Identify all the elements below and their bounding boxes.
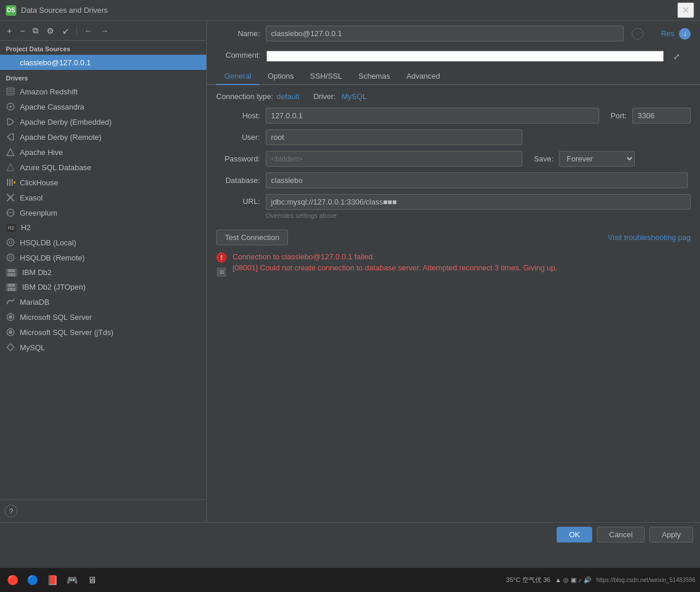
drivers-list: Amazon Redshift Apache Cassandra Apache …	[0, 84, 206, 499]
window-title: Data Sources and Drivers	[21, 6, 108, 15]
project-sources-label: Project Data Sources	[0, 41, 206, 55]
tab-schemas[interactable]: Schemas	[350, 68, 398, 85]
comment-input[interactable]	[266, 51, 664, 62]
bottom-bar: OK Cancel Apply	[0, 522, 700, 547]
driver-item-apache-hive[interactable]: Apache Hive	[0, 145, 206, 160]
password-input[interactable]	[266, 151, 522, 167]
remove-button[interactable]: −	[17, 25, 27, 37]
nav-back-button[interactable]: ←	[82, 25, 94, 37]
error-line2: [08001] Could not create connection to d…	[233, 263, 691, 272]
app-icon: DS	[6, 5, 16, 16]
driver-item-mssql[interactable]: Microsoft SQL Server	[0, 309, 206, 325]
amazon-redshift-icon	[6, 87, 15, 96]
database-input[interactable]	[266, 172, 688, 188]
svg-rect-10	[9, 179, 10, 186]
add-button[interactable]: +	[5, 25, 14, 37]
conn-type-value[interactable]: default	[277, 92, 300, 101]
tab-ssh-ssl[interactable]: SSH/SSL	[302, 68, 350, 85]
url-row: URL: Overrides settings above	[216, 194, 691, 224]
user-input[interactable]	[266, 129, 522, 145]
test-connection-button[interactable]: Test Connection	[216, 230, 288, 245]
svg-rect-9	[7, 179, 8, 186]
driver-item-exasol[interactable]: Exasol	[0, 190, 206, 205]
url-input[interactable]	[266, 194, 691, 210]
cancel-button[interactable]: Cancel	[597, 527, 645, 542]
tab-advanced[interactable]: Advanced	[398, 68, 448, 85]
user-label: User:	[216, 133, 260, 142]
taskbar-icon-2[interactable]: 🔵	[24, 572, 41, 589]
driver-item-apache-derby-embedded[interactable]: Apache Derby (Embedded)	[0, 114, 206, 129]
error-icon: !	[216, 252, 227, 263]
ok-button[interactable]: OK	[557, 527, 592, 542]
tab-general[interactable]: General	[216, 68, 259, 85]
driver-item-mariadb[interactable]: MariaDB	[0, 294, 206, 309]
hsqldb-local-icon	[6, 238, 15, 247]
copy-button[interactable]: ⧉	[30, 24, 41, 37]
url-hint: Overrides settings above	[266, 212, 691, 219]
driver-item-hsqldb-local[interactable]: HSQLDB (Local)	[0, 235, 206, 250]
mssql-jtds-icon	[6, 327, 15, 337]
taskbar-icon-5[interactable]: 🖥	[84, 572, 100, 589]
driver-label-azure-sql: Azure SQL Database	[20, 163, 91, 172]
driver-label-hsqldb-local: HSQLDB (Local)	[20, 238, 76, 247]
driver-item-ibm-db2-jtopen[interactable]: IBMDB2 IBM Db2 (JTOpen)	[0, 280, 206, 294]
blog-url: https://blog.csdn.net/weixin_51483596	[596, 577, 695, 583]
clickhouse-icon	[6, 178, 15, 187]
svg-point-0	[7, 59, 14, 62]
driver-item-mysql[interactable]: MySQL	[0, 340, 206, 355]
title-bar: DS Data Sources and Drivers ✕	[0, 0, 700, 21]
test-connection-row: Test Connection Visit troubleshooting pa…	[216, 230, 691, 245]
copy-error-icon[interactable]: ⧉	[217, 267, 226, 277]
name-input[interactable]	[266, 26, 624, 41]
troubleshoot-link[interactable]: Visit troubleshooting pag	[608, 233, 691, 242]
svg-point-24	[9, 330, 12, 334]
driver-label-h2: H2	[21, 223, 31, 232]
toolbar-separator	[76, 26, 77, 36]
host-input[interactable]	[266, 108, 599, 124]
driver-item-mssql-jtds[interactable]: Microsoft SQL Server (jTds)	[0, 325, 206, 340]
mssql-icon	[6, 312, 15, 322]
svg-point-18	[9, 241, 12, 244]
hsqldb-remote-icon	[6, 253, 15, 262]
driver-item-ibm-db2[interactable]: IBMDB2 IBM Db2	[0, 265, 206, 280]
apply-button[interactable]: Apply	[649, 527, 693, 542]
host-port-row: Host: Port:	[216, 108, 691, 124]
res-button[interactable]: Res	[661, 29, 674, 38]
datasource-item-classlebo[interactable]: classlebo@127.0.0.1	[0, 55, 206, 70]
weather-info: 35°C 空气优 36	[506, 576, 550, 584]
taskbar-icon-4[interactable]: 🎮	[64, 572, 80, 589]
comment-expand-button[interactable]: ⤢	[672, 51, 681, 62]
taskbar-icon-1[interactable]: 🔴	[5, 572, 21, 589]
driver-item-amazon-redshift[interactable]: Amazon Redshift	[0, 84, 206, 99]
tab-options[interactable]: Options	[259, 68, 302, 85]
h2-icon: H2	[6, 224, 16, 232]
settings-button[interactable]: ⚙	[44, 25, 57, 37]
port-input[interactable]	[632, 108, 691, 124]
taskbar-icon-3[interactable]: 📕	[44, 572, 61, 589]
driver-label-greenplum: Greenplum	[20, 209, 57, 217]
driver-label-mssql: Microsoft SQL Server	[20, 313, 92, 322]
scroll-right-icon[interactable]: ↓	[679, 28, 691, 40]
driver-value[interactable]: MySQL	[342, 92, 367, 101]
url-label: URL:	[216, 197, 260, 206]
taskbar: 🔴 🔵 📕 🎮 🖥 35°C 空气优 36 ▲ ◎ ▣ ♪ 🔊 https://…	[0, 568, 700, 592]
driver-item-hsqldb-remote[interactable]: HSQLDB (Remote)	[0, 250, 206, 265]
driver-item-clickhouse[interactable]: ClickHouse	[0, 175, 206, 190]
ibm-db2-jtopen-icon: IBMDB2	[6, 283, 17, 291]
nav-forward-button[interactable]: →	[98, 25, 111, 37]
save-select[interactable]: Forever Until restart Never	[559, 151, 635, 167]
apache-cassandra-icon	[6, 102, 15, 111]
close-button[interactable]: ✕	[677, 2, 694, 18]
import-button[interactable]: ↙	[60, 25, 72, 37]
driver-item-azure-sql[interactable]: Azure SQL Database	[0, 160, 206, 175]
ibm-db2-icon: IBMDB2	[6, 269, 17, 277]
driver-item-apache-derby-remote[interactable]: Apache Derby (Remote)	[0, 129, 206, 145]
driver-item-h2[interactable]: H2 H2	[0, 220, 206, 235]
help-icon[interactable]: ?	[5, 505, 17, 517]
driver-label-ibm-db2: IBM Db2	[22, 268, 52, 277]
datasource-label: classlebo@127.0.0.1	[20, 58, 91, 67]
driver-item-apache-cassandra[interactable]: Apache Cassandra	[0, 99, 206, 114]
greenplum-icon	[6, 208, 15, 217]
driver-item-greenplum[interactable]: Greenplum	[0, 205, 206, 220]
apache-derby-embedded-icon	[6, 117, 15, 126]
